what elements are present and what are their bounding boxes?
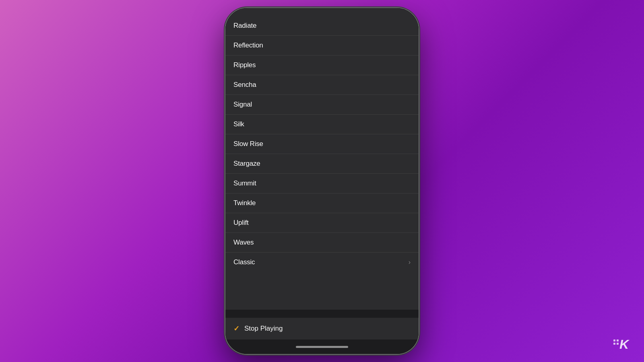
menu-item-label-signal: Signal <box>233 101 252 109</box>
menu-item-sencha[interactable]: Sencha <box>225 75 419 95</box>
watermark-letter: K <box>619 338 629 351</box>
watermark-dots <box>613 339 619 345</box>
menu-item-label-reflection: Reflection <box>233 41 263 49</box>
menu-item-silk[interactable]: Silk <box>225 115 419 134</box>
menu-item-label-waves: Waves <box>233 239 254 247</box>
menu-list: RadiateReflectionRipplesSenchaSignalSilk… <box>225 16 419 310</box>
menu-item-label-uplift: Uplift <box>233 219 249 227</box>
menu-item-label-twinkle: Twinkle <box>233 199 256 207</box>
menu-item-signal[interactable]: Signal <box>225 95 419 115</box>
checkmark-icon: ✓ <box>233 324 239 333</box>
phone-screen: RadiateReflectionRipplesSenchaSignalSilk… <box>225 8 419 354</box>
menu-item-label-classic: Classic <box>233 258 255 266</box>
menu-item-uplift[interactable]: Uplift <box>225 213 419 233</box>
dot-2 <box>617 339 619 341</box>
menu-item-label-slow-rise: Slow Rise <box>233 140 263 148</box>
menu-item-label-sencha: Sencha <box>233 81 256 89</box>
phone-frame: RadiateReflectionRipplesSenchaSignalSilk… <box>225 8 419 354</box>
watermark: K <box>613 338 629 351</box>
menu-item-slow-rise[interactable]: Slow Rise <box>225 134 419 154</box>
menu-item-label-ripples: Ripples <box>233 61 256 69</box>
dot-1 <box>613 339 615 341</box>
menu-item-twinkle[interactable]: Twinkle <box>225 193 419 213</box>
menu-item-label-stargaze: Stargaze <box>233 160 260 168</box>
dot-4 <box>617 343 619 345</box>
home-indicator <box>225 339 419 354</box>
top-area <box>225 8 419 16</box>
menu-item-radiate[interactable]: Radiate <box>225 16 419 36</box>
stop-playing-label: Stop Playing <box>244 325 283 333</box>
menu-item-stargaze[interactable]: Stargaze <box>225 154 419 174</box>
section-separator <box>225 310 419 318</box>
stop-playing-item[interactable]: ✓ Stop Playing <box>225 318 419 339</box>
menu-item-waves[interactable]: Waves <box>225 233 419 253</box>
menu-item-label-summit: Summit <box>233 179 256 187</box>
home-bar <box>296 346 348 348</box>
menu-item-label-radiate: Radiate <box>233 22 256 30</box>
stop-playing-section: ✓ Stop Playing <box>225 318 419 339</box>
menu-item-label-silk: Silk <box>233 120 244 128</box>
menu-item-summit[interactable]: Summit <box>225 174 419 193</box>
menu-item-ripples[interactable]: Ripples <box>225 56 419 75</box>
menu-item-classic[interactable]: Classic› <box>225 253 419 272</box>
chevron-icon-classic: › <box>409 259 411 266</box>
menu-item-reflection[interactable]: Reflection <box>225 36 419 56</box>
dot-3 <box>613 343 615 345</box>
